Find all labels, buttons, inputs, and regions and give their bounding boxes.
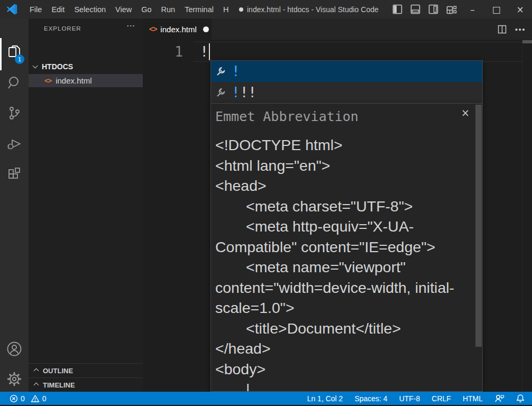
problems-status[interactable]: 0 0 [10,394,47,403]
docs-line: <!DOCTYPE html> [215,135,475,155]
menu-view[interactable]: View [111,0,136,19]
docs-line: <head> [215,176,475,196]
editor-tab-bar: <> index.html ••• [143,19,532,40]
code-line-1: ! [200,42,208,62]
unsaved-changes-dot-icon[interactable] [203,26,209,32]
feedback-icon[interactable] [494,394,505,403]
indentation-status[interactable]: Spaces: 4 [354,394,387,403]
explorer-header: EXPLORER ⋯ [29,19,143,39]
timeline-section[interactable]: TIMELINE [29,377,143,392]
menu-run[interactable]: Run [157,0,180,19]
language-mode-status[interactable]: HTML [463,394,483,403]
outline-label: OUTLINE [43,367,73,375]
menu-file[interactable]: File [25,0,47,19]
suggestion-item-triple-bang[interactable]: !!! [211,82,482,103]
emmet-expansion-preview: <!DOCTYPE html> <html lang="en"> <head> … [215,135,475,392]
docs-line: content="width=device-width, initial- [215,278,475,298]
explorer-badge: 1 [15,54,24,64]
folder-htdocs[interactable]: HTDOCS [29,60,143,73]
menu-help-truncated[interactable]: H [218,0,233,19]
settings-gear-icon[interactable] [0,365,29,393]
editor-actions: ••• [498,19,526,40]
more-actions-icon[interactable]: ••• [515,25,526,34]
account-icon[interactable] [0,335,29,363]
editor-scrollbar[interactable] [522,40,532,43]
modified-dot-icon [239,7,243,12]
docs-line: Compatible" content="IE=edge"> [215,237,475,257]
file-name: index.html [56,76,91,85]
docs-line: scale=1.0"> [215,298,475,318]
window-controls: – □ × [461,0,532,19]
docs-scrollbar[interactable] [475,105,482,347]
current-line-highlight [194,42,522,62]
eol-status[interactable]: CRLF [432,394,451,403]
vscode-logo-icon [6,4,17,15]
notifications-bell-icon[interactable] [516,394,525,403]
window-title-text: index.html - htdocs - Visual Studio Code [247,5,379,14]
explorer-more-actions-icon[interactable]: ⋯ [126,21,135,31]
toggle-sidebar-icon[interactable] [392,4,402,14]
encoding-status[interactable]: UTF-8 [399,394,420,403]
outline-section[interactable]: OUTLINE [29,363,143,377]
abbreviation-wrench-icon [215,66,226,77]
minimize-button[interactable]: – [461,0,484,19]
suggest-details-panel: Emmet Abbreviation × <!DOCTYPE html> <ht… [210,103,483,392]
docs-line: <meta name="viewport" [215,257,475,278]
suggestion-item-bang[interactable]: ! [211,61,482,82]
split-editor-icon[interactable] [498,25,507,34]
explorer-sidebar: EXPLORER ⋯ HTDOCS <> index.html OUTLINE … [29,19,143,392]
errors-count: 0 [21,394,25,403]
menu-terminal[interactable]: Terminal [180,0,218,19]
toggle-panel-icon[interactable] [410,4,420,14]
customize-layout-icon[interactable] [446,4,457,14]
scrollbar-track-edge [522,40,522,392]
chevron-down-icon [33,63,38,69]
suggest-widget: ! !!! [210,60,483,104]
file-index-html[interactable]: <> index.html [29,74,143,87]
warnings-count: 0 [42,394,47,403]
suggestion-label-matched: ! [232,85,240,100]
explorer-icon[interactable]: 1 [0,39,29,67]
maximize-button[interactable]: □ [484,0,508,19]
html-file-icon: <> [149,25,157,33]
errors-icon [10,394,18,403]
chevron-right-icon [34,382,39,387]
title-bar: File Edit Selection View Go Run Terminal… [0,0,532,19]
docs-title: Emmet Abbreviation [215,109,482,124]
docs-line: <meta charset="UTF-8"> [215,196,475,217]
suggestion-label-matched: ! [232,63,240,79]
html-file-icon: <> [44,77,51,85]
line-number: 1 [143,42,183,62]
menu-edit[interactable]: Edit [47,0,69,19]
explorer-title: EXPLORER [44,25,81,32]
activity-bar: 1 [0,19,29,392]
cursor-position-status[interactable]: Ln 1, Col 2 [307,394,343,403]
folder-name: HTDOCS [42,62,73,71]
menu-go[interactable]: Go [136,0,156,19]
abbreviation-wrench-icon [215,87,226,98]
chevron-right-icon [34,368,39,373]
docs-line: <html lang="en"> [215,155,475,176]
toggle-secondary-sidebar-icon[interactable] [428,4,438,14]
docs-line: <title>Document</title> [215,318,475,339]
status-right-items: Ln 1, Col 2 Spaces: 4 UTF-8 CRLF HTML [307,394,525,403]
menu-selection[interactable]: Selection [69,0,111,19]
warnings-icon [31,394,40,403]
docs-line: <body> [215,359,475,380]
suggestion-label-rest: !! [240,85,256,100]
layout-controls [392,0,457,19]
close-button[interactable]: × [508,0,532,19]
docs-line: | [215,379,475,392]
tab-index-html[interactable]: <> index.html [143,19,212,40]
close-icon[interactable]: × [461,107,470,118]
timeline-label: TIMELINE [43,381,75,389]
search-icon[interactable] [0,69,29,97]
docs-line: <meta http-equiv="X-UA- [215,216,475,237]
run-and-debug-icon[interactable] [0,130,29,158]
status-bar: 0 0 Ln 1, Col 2 Spaces: 4 UTF-8 CRLF HTM… [0,392,532,405]
source-control-icon[interactable] [0,99,29,127]
extensions-icon[interactable] [0,160,29,189]
docs-line: </head> [215,338,475,359]
window-title: index.html - htdocs - Visual Studio Code [239,0,379,19]
vscode-window: File Edit Selection View Go Run Terminal… [0,0,532,406]
